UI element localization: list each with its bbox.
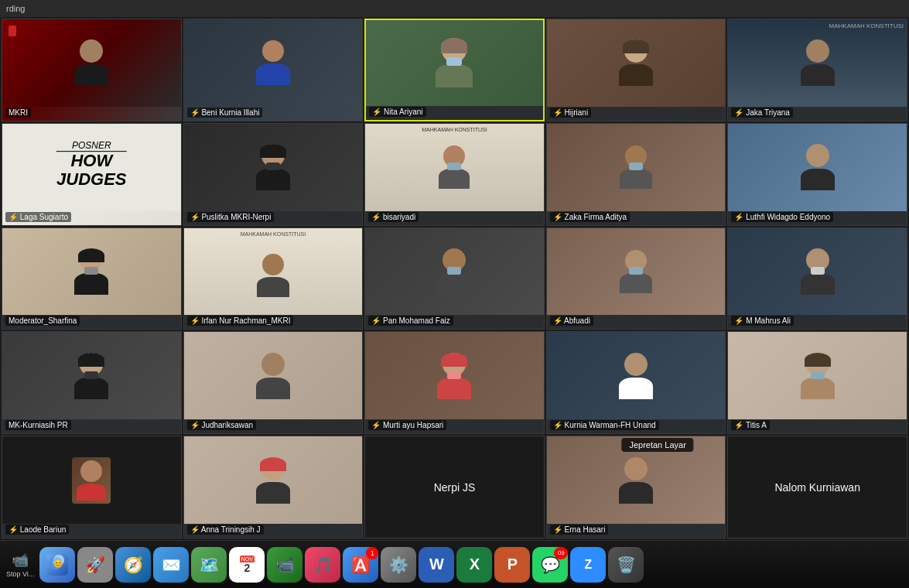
participant-name-nalom-label: Nalom Kurniawan <box>774 481 860 494</box>
participant-cell-hijriani: ⚡ Hijriani <box>546 19 726 121</box>
participant-cell-nita: ⚡ Nita Ariyani <box>364 19 545 121</box>
mail-icon: ✉️ <box>162 556 181 574</box>
participant-cell-bisariyadi: MAHKAMAH KONSTITUSI ⚡ bisariyadi <box>364 123 545 226</box>
participant-name-zaka: ⚡ Zaka Firma Aditya <box>550 212 630 222</box>
participant-cell-irfan: MAHKAMAH KONSTITUSI ⚡ Irfan Nur Rachman_… <box>183 227 364 330</box>
dock-music[interactable]: 🎵 <box>305 547 340 583</box>
participant-cell-mk-kurnia: MK-Kurniasih PR <box>2 331 182 434</box>
participant-cell-laode: ⚡ Laode Bariun <box>2 436 182 538</box>
participant-name-nerpi-label: Nerpi JS <box>434 481 476 494</box>
settings-icon: ⚙️ <box>389 556 408 574</box>
maps-icon: 🗺️ <box>200 556 219 574</box>
dock: 📹 Stop Vi... 😊 🚀 🧭 ✉️ <box>0 540 909 588</box>
participant-cell-beni: ⚡ Beni Kurnia Illahi <box>183 19 364 121</box>
participant-name-moderator: Moderator_Sharfina <box>5 316 80 326</box>
participant-name-laode: ⚡ Laode Bariun <box>5 525 69 535</box>
powerpoint-icon: P <box>507 556 518 573</box>
participant-name-hijriani: ⚡ Hijriani <box>550 108 591 118</box>
participant-cell-pan: ⚡ Pan Mohamad Faiz <box>364 227 545 330</box>
participant-cell-murti: ⚡ Murti ayu Hapsari <box>364 331 545 434</box>
video-grid: MKRI ⚡ Beni Kurnia Illahi <box>0 17 909 540</box>
participant-cell-laga: POSNER HOWJUDGES ⚡ Laga Sugiarto <box>2 123 182 226</box>
participant-name-beni: ⚡ Beni Kurnia Illahi <box>187 108 263 118</box>
dock-word[interactable]: W <box>419 547 454 583</box>
dock-mail[interactable]: ✉️ <box>153 547 189 583</box>
participant-name-judhari: ⚡ Judhariksawan <box>187 420 257 430</box>
stop-video-button[interactable]: 📹 Stop Vi... <box>6 552 34 578</box>
launchpad-icon: 🚀 <box>86 556 105 574</box>
svg-text:😊: 😊 <box>53 559 63 569</box>
participant-cell-jaka: MAHKAMAH KONSTITUSI ⚡ Jaka Triyana <box>727 19 907 121</box>
dock-launchpad[interactable]: 🚀 <box>77 547 113 583</box>
participant-cell-mkri: MKRI <box>2 19 182 121</box>
dock-calendar[interactable]: NOV 2 <box>229 547 265 583</box>
participant-cell-luthfi: ⚡ Luthfi Widagdo Eddyono <box>727 123 907 226</box>
participant-cell-zaka: ⚡ Zaka Firma Aditya <box>546 123 726 226</box>
dock-facetime[interactable]: 📹 <box>267 547 302 583</box>
participant-name-pan: ⚡ Pan Mohamad Faiz <box>368 316 453 326</box>
trash-icon: 🗑️ <box>617 556 636 574</box>
participant-cell-judhari: ⚡ Judhariksawan <box>183 331 364 434</box>
participant-name-luthfi: ⚡ Luthfi Widagdo Eddyono <box>731 212 833 222</box>
participant-name-puslitka: ⚡ Puslitka MKRI-Nerpi <box>187 212 275 222</box>
camera-icon: 📹 <box>12 552 29 569</box>
participant-cell-kurnia-warman: ⚡ Kurnia Warman-FH Unand <box>546 331 726 434</box>
stop-label: Stop Vi... <box>6 570 34 578</box>
participant-name-murti: ⚡ Murti ayu Hapsari <box>368 420 446 430</box>
dock-excel[interactable]: X <box>456 547 492 583</box>
participant-name-nita: ⚡ Nita Ariyani <box>369 107 425 117</box>
participant-name-mahrus: ⚡ M Mahrus Ali <box>731 316 794 326</box>
dock-settings[interactable]: ⚙️ <box>381 547 416 583</box>
participant-cell-mahrus: ⚡ M Mahrus Ali <box>727 227 907 330</box>
jepretan-tooltip: Jepretan Layar <box>621 438 693 452</box>
participant-cell-nalom: Nalom Kurniawan <box>727 436 907 538</box>
participant-name-laga: ⚡ Laga Sugiarto <box>5 212 71 222</box>
participant-name-bisariyadi: ⚡ bisariyadi <box>368 212 419 222</box>
whatsapp-badge: 09 <box>554 547 568 559</box>
participant-cell-anna: ⚡ Anna Triningsih J <box>183 436 364 538</box>
participant-name-jaka: ⚡ Jaka Triyana <box>731 108 792 118</box>
participant-name-titis: ⚡ Titis A <box>731 420 769 430</box>
participant-name-kurnia-warman: ⚡ Kurnia Warman-FH Unand <box>550 420 659 430</box>
participant-cell-puslitka: ⚡ Puslitka MKRI-Nerpi <box>183 123 364 226</box>
dock-powerpoint[interactable]: P <box>494 547 530 583</box>
participant-name-irfan: ⚡ Irfan Nur Rachman_MKRI <box>187 316 294 326</box>
dock-maps[interactable]: 🗺️ <box>191 547 227 583</box>
safari-icon: 🧭 <box>124 556 143 574</box>
participant-cell-erna: Jepretan Layar ⚡ Erna Hasari <box>546 436 726 538</box>
title-bar: rding <box>0 0 909 17</box>
participant-name-mk-kurnia: MK-Kurniasih PR <box>5 420 71 430</box>
participant-name-mkri: MKRI <box>5 108 31 118</box>
participant-cell-moderator: Moderator_Sharfina <box>2 227 182 330</box>
participant-cell-titis: ⚡ Titis A <box>727 331 907 434</box>
facetime-icon: 📹 <box>275 556 295 574</box>
participant-cell-abfuadi: ⚡ Abfuadi <box>546 227 726 330</box>
appstore-badge: 1 <box>366 547 378 559</box>
zoom-icon: Z <box>584 558 592 572</box>
music-icon: 🎵 <box>313 556 333 574</box>
participant-name-abfuadi: ⚡ Abfuadi <box>550 316 593 326</box>
dock-zoom[interactable]: Z <box>570 547 606 583</box>
title-bar-text: rding <box>6 4 25 13</box>
word-icon: W <box>429 556 444 573</box>
participant-cell-nerpi: Nerpi JS <box>364 436 545 538</box>
participant-name-anna: ⚡ Anna Triningsih J <box>187 525 264 535</box>
dock-trash[interactable]: 🗑️ <box>608 547 644 583</box>
excel-icon: X <box>470 556 480 573</box>
app-window: rding MKRI <box>0 0 909 588</box>
calendar-icon: NOV 2 <box>240 556 255 573</box>
dock-whatsapp[interactable]: 💬 09 <box>532 547 568 583</box>
dock-appstore[interactable]: 🅰️ 1 <box>343 547 378 583</box>
dock-finder[interactable]: 😊 <box>39 547 75 583</box>
participant-name-erna: ⚡ Erna Hasari <box>550 525 609 535</box>
finder-icon: 😊 <box>46 554 68 576</box>
dock-safari[interactable]: 🧭 <box>115 547 151 583</box>
